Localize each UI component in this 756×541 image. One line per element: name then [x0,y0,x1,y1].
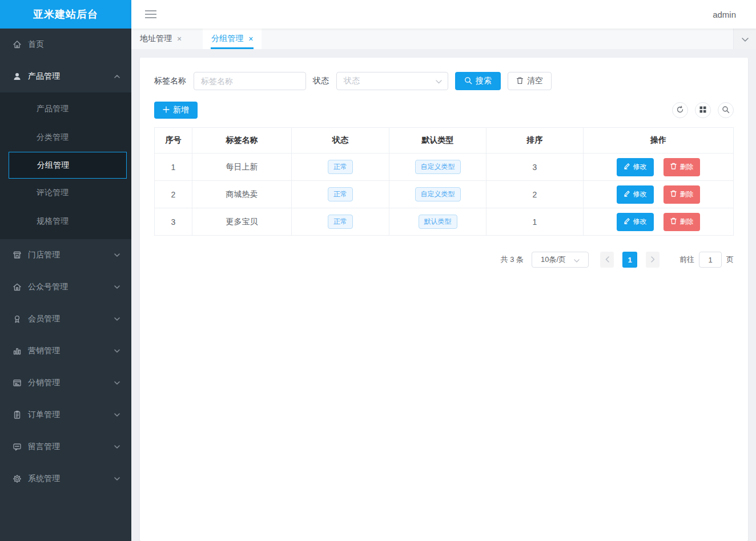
cell-name: 更多宝贝 [192,208,292,236]
close-icon[interactable]: × [177,35,182,43]
chevron-down-icon [436,76,442,86]
status-select-placeholder: 状态 [344,76,436,86]
page-number-active[interactable]: 1 [622,252,637,268]
pencil-icon [624,217,630,226]
cell-name: 商城热卖 [192,181,292,208]
submenu-item-label: 规格管理 [37,216,69,227]
goto-page-input[interactable] [699,252,722,268]
trash-icon [670,217,677,226]
submenu-item-comment[interactable]: 评论管理 [0,179,131,207]
sidebar: 亚米建站后台 首页 产品管理 产品管理 分类管理 分组管理 [0,0,131,541]
sidebar-item-orders[interactable]: 订单管理 [0,399,131,431]
edit-button-label: 修改 [633,189,647,199]
sidebar-item-system[interactable]: 系统管理 [0,463,131,495]
chevron-down-icon [114,253,120,257]
cell-index: 1 [155,154,192,181]
delete-button[interactable]: 删除 [663,185,700,204]
home-icon [13,40,22,49]
sidebar-item-label: 门店管理 [28,250,60,260]
delete-button-label: 删除 [679,189,693,199]
chevron-down-icon [574,256,580,264]
search-button[interactable]: 搜索 [455,72,501,90]
prev-page-button[interactable] [600,252,614,268]
column-header-status: 状态 [292,128,389,154]
chevron-down-icon [742,34,749,43]
sidebar-item-home[interactable]: 首页 [0,29,131,60]
sidebar-item-stores[interactable]: 门店管理 [0,239,131,271]
add-button-label: 新增 [173,105,189,115]
column-header-index: 序号 [155,128,192,154]
cell-sort: 1 [486,208,584,236]
shop-icon [13,251,22,260]
sidebar-item-label: 留言管理 [28,442,60,452]
name-filter-input[interactable] [194,72,306,90]
submenu-item-category[interactable]: 分类管理 [0,123,131,152]
medal-icon [13,314,22,324]
clear-button[interactable]: 清空 [508,72,552,90]
sidebar-item-products[interactable]: 产品管理 [0,60,131,92]
status-filter-select[interactable]: 状态 [336,72,448,90]
search-button-label: 搜索 [476,76,492,86]
trash-icon [670,163,677,171]
refresh-button[interactable] [672,102,688,118]
chevron-left-icon [605,256,609,264]
user-name[interactable]: admin [713,10,736,19]
grid-icon [699,106,706,115]
hamburger-icon[interactable] [143,8,159,21]
sidebar-item-marketing[interactable]: 营销管理 [0,335,131,367]
cell-index: 3 [155,208,192,236]
clear-button-label: 清空 [527,76,543,86]
submenu-item-spec[interactable]: 规格管理 [0,207,131,236]
sidebar-item-label: 产品管理 [28,71,60,82]
type-badge: 自定义类型 [415,160,461,173]
delete-button-label: 删除 [679,162,693,172]
next-page-button[interactable] [646,252,660,268]
submenu-item-product[interactable]: 产品管理 [0,95,131,123]
name-filter-label: 标签名称 [154,76,186,86]
delete-button[interactable]: 删除 [663,213,700,231]
add-button[interactable]: 新增 [154,102,198,119]
submenu-item-label: 分组管理 [37,160,69,171]
edit-button[interactable]: 修改 [617,213,654,231]
column-header-name: 标签名称 [192,128,292,154]
table-row: 3 更多宝贝 正常 默认类型 1 修改 [155,208,734,236]
sidebar-item-label: 营销管理 [28,346,60,356]
refresh-icon [676,106,684,115]
column-search-button[interactable] [718,102,734,118]
delete-button[interactable]: 删除 [663,158,700,176]
pagination: 共 3 条 10条/页 1 [154,252,734,268]
edit-button[interactable]: 修改 [617,185,654,204]
edit-button[interactable]: 修改 [617,158,654,176]
column-header-type: 默认类型 [389,128,486,154]
goto-label: 前往 [679,255,694,265]
density-button[interactable] [695,102,711,118]
tab-group[interactable]: 分组管理 × [203,29,262,49]
tab-address[interactable]: 地址管理 × [131,29,190,49]
type-badge: 默认类型 [419,215,457,228]
sidebar-item-label: 订单管理 [28,410,60,420]
sidebar-item-label: 分销管理 [28,378,60,388]
cell-index: 2 [155,181,192,208]
sidebar-item-distribution[interactable]: 分销管理 [0,367,131,399]
submenu-item-group[interactable]: 分组管理 [9,152,127,179]
close-icon[interactable]: × [248,35,253,43]
sidebar-item-members[interactable]: 会员管理 [0,303,131,335]
tab-list-dropdown-button[interactable] [733,29,756,49]
column-header-sort: 排序 [486,128,584,154]
chevron-down-icon [114,477,120,481]
cell-name: 每日上新 [192,154,292,181]
sidebar-item-official-account[interactable]: 公众号管理 [0,271,131,303]
submenu-item-label: 分类管理 [37,132,69,143]
content: 标签名称 状态 状态 搜索 [131,49,756,541]
app-title: 亚米建站后台 [0,0,131,29]
content-card: 标签名称 状态 状态 搜索 [140,58,748,541]
sidebar-item-messages[interactable]: 留言管理 [0,431,131,463]
card-icon [13,378,22,387]
user-icon [13,72,22,81]
tab-label: 地址管理 [140,34,172,44]
toolbar-row: 新增 [154,102,734,119]
chevron-up-icon [114,75,120,78]
page-size-select[interactable]: 10条/页 [532,252,589,268]
submenu-products: 产品管理 分类管理 分组管理 评论管理 规格管理 [0,92,131,239]
message-icon [13,442,22,451]
